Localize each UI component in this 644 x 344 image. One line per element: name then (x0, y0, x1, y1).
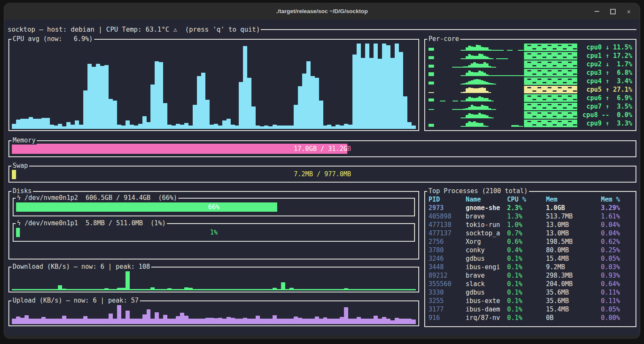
maximize-button[interactable] (609, 7, 617, 16)
core-row-cpu0: cpu0 ↓ 11.5% (428, 43, 632, 52)
cpu4-label: cpu4 ↑ 3.4% (577, 77, 632, 85)
cell-cpu: 0.1% (507, 263, 546, 271)
cell-mem: 13.0MB (546, 221, 601, 229)
core-row-cpu4: cpu4 ↑ 3.4% (428, 77, 632, 85)
minimize-button[interactable] (592, 7, 601, 16)
cell-cpu: 0.1% (507, 271, 546, 280)
col-mem-pct: Mem % (601, 195, 636, 204)
cell-mem: 35.6MB (546, 288, 601, 297)
cpu9-history-block (524, 120, 577, 127)
cpu1-sparkline (428, 52, 577, 60)
process-row-916: 916irq/87-nv0.1%0B0.00% (425, 314, 636, 322)
cell-memp: 0.25% (601, 246, 636, 254)
close-button[interactable]: ✕ (625, 7, 633, 16)
cell-name: ibus-engi (466, 263, 507, 271)
core-row-cpu7: cpu7 ↑ 3.5% (428, 102, 632, 111)
memory-gauge: 17.0GB / 31.2GB17.0GB / 31.2GB (12, 144, 633, 154)
cpu-avg-panel: CPU avg (now: 6.9%) (8, 39, 419, 131)
top-processes-panel: Top Processes (2100 total) PID Name CPU … (424, 191, 636, 327)
col-mem: Mem (546, 195, 601, 204)
cell-memp: 0.03% (601, 263, 636, 271)
cell-mem: 298.3MB (546, 271, 601, 280)
cpu7-label: cpu7 ↑ 3.5% (577, 103, 632, 110)
cell-cpu: 0.7% (507, 229, 546, 238)
cpu3-sparkline (428, 68, 577, 77)
cell-mem: 15.4MB (546, 254, 601, 263)
process-row-89212: 89212brave0.1%298.3MB0.93% (425, 271, 636, 280)
disk-0-gauge: 66%66% (16, 202, 412, 212)
cpu-avg-title: CPU avg (now: 6.9%) (11, 35, 94, 43)
disk-1-title: ϟ /dev/nvme0n1p1 5.8MB / 511.0MB (1%) (16, 219, 167, 227)
cell-pid: 477138 (428, 221, 466, 229)
cell-mem: 9.2MB (546, 263, 601, 271)
cell-memp: 0.93% (601, 271, 636, 280)
cpu2-sparkline (428, 60, 577, 68)
disk-icon: ϟ (17, 219, 21, 227)
cpu9-label: cpu9 ↑ 3.3% (577, 120, 632, 127)
disk-0-label: /dev/nvme0n1p2 606.5GB / 914.4GB (66%) (21, 194, 177, 202)
cell-pid: 89212 (428, 271, 466, 280)
terminal-content[interactable]: socktop — host: debian | CPU Temp: 63.1°… (4, 19, 640, 336)
cell-name: ibus-daem (466, 305, 507, 314)
upload-title: Upload (KB/s) — now: 6 | peak: 57 (11, 297, 140, 305)
cpu3-label: cpu3 ↑ 6.8% (577, 69, 632, 76)
cell-mem: 198.5MB (546, 238, 601, 246)
cell-name: brave (466, 212, 507, 221)
swap-panel: Swap 7.2MB / 977.0MB7.2MB / 977.0MB (8, 166, 636, 183)
cell-memp: 1.61% (601, 212, 636, 221)
process-table: PID Name CPU % Mem Mem % 2973gnome-she2.… (425, 195, 636, 322)
cpu8-sparkline (428, 111, 577, 119)
cell-memp: 0.62% (601, 238, 636, 246)
cell-name: slack (466, 280, 507, 288)
cpu3-history-block (524, 69, 577, 76)
cpu1-label: cpu1 ↑ 17.2% (577, 52, 632, 60)
window-controls: ✕ (592, 3, 633, 19)
cpu5-label: cpu5 ↑ 27.1% (577, 86, 632, 93)
cell-pid: 405898 (428, 212, 466, 221)
cell-cpu: 1.3% (507, 212, 546, 221)
cell-name: socktop_a (466, 229, 507, 238)
process-row-3448: 3448ibus-engi0.1%9.2MB0.03% (425, 263, 636, 271)
col-pid: PID (428, 195, 466, 204)
disk-nvme0n1p2: ϟ /dev/nvme0n1p2 606.5GB / 914.4GB (66%)… (13, 198, 415, 216)
cell-pid: 3246 (428, 254, 466, 263)
terminal-window: ./target/release/soc ~/D/G/socktop ✕ soc… (4, 3, 640, 338)
cell-mem: 15.4MB (546, 305, 601, 314)
cell-cpu: 0.1% (507, 288, 546, 297)
core-row-cpu1: cpu1 ↑ 17.2% (428, 52, 632, 60)
window-title: ./target/release/soc ~/D/G/socktop (4, 3, 640, 19)
process-row-3330: 3330gdbus0.1%35.6MB0.11% (425, 288, 636, 297)
cpu-avg-chart (12, 44, 416, 129)
cpu5-sparkline (428, 85, 577, 94)
cell-name: gdbus (466, 254, 507, 263)
cell-cpu: 0.1% (507, 254, 546, 263)
cpu0-history-block (524, 44, 577, 51)
close-icon: ✕ (627, 8, 630, 15)
disk-icon: ϟ (17, 194, 21, 202)
titlebar[interactable]: ./target/release/soc ~/D/G/socktop ✕ (4, 3, 640, 19)
cell-pid: 3177 (428, 305, 466, 314)
process-row-2756: 2756Xorg0.6%198.5MB0.62% (425, 238, 636, 246)
per-core-title: Per-core (427, 35, 460, 43)
swap-gauge: 7.2MB / 977.0MB7.2MB / 977.0MB (12, 169, 633, 179)
top-processes-title: Top Processes (2100 total) (427, 187, 529, 195)
cpu4-sparkline (428, 77, 577, 85)
app-header: socktop — host: debian | CPU Temp: 63.1°… (8, 25, 636, 34)
core-row-cpu5: cpu5 ↑ 27.1% (428, 85, 632, 94)
cell-memp: 3.29% (601, 204, 636, 212)
cell-mem: 1.0GB (546, 204, 601, 212)
app-status-text: socktop — host: debian | CPU Temp: 63.1°… (8, 26, 260, 33)
maximize-icon (610, 9, 616, 14)
cell-cpu: 0.1% (507, 297, 546, 305)
memory-title: Memory (11, 137, 37, 145)
cell-name: Xorg (466, 238, 507, 246)
upload-panel: Upload (KB/s) — now: 6 | peak: 57 (8, 300, 419, 326)
cpu8-history-block (524, 111, 577, 119)
col-name: Name (466, 195, 507, 204)
cell-pid: 2973 (428, 204, 466, 212)
cell-name: conky (466, 246, 507, 254)
disk-0-title: ϟ /dev/nvme0n1p2 606.5GB / 914.4GB (66%) (16, 194, 178, 202)
cell-mem: 13.0MB (546, 229, 601, 238)
cell-mem: 35.6MB (546, 297, 601, 305)
cell-cpu: 0.1% (507, 280, 546, 288)
